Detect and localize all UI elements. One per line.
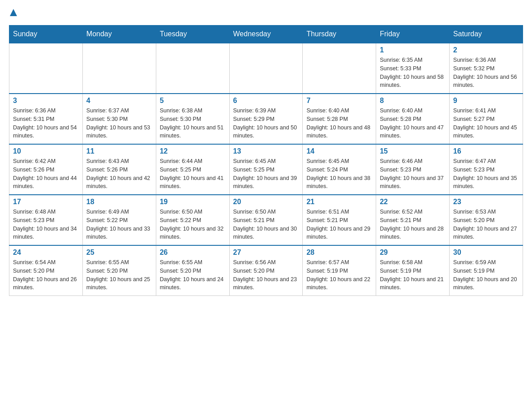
- week-row-1: 1Sunrise: 6:35 AMSunset: 5:33 PMDaylight…: [9, 43, 523, 94]
- day-info: Sunrise: 6:57 AMSunset: 5:19 PMDaylight:…: [306, 258, 372, 292]
- calendar-cell: 26Sunrise: 6:55 AMSunset: 5:20 PMDayligh…: [156, 245, 229, 296]
- calendar-cell: 3Sunrise: 6:36 AMSunset: 5:31 PMDaylight…: [9, 94, 83, 144]
- day-number: 27: [233, 248, 299, 257]
- day-info: Sunrise: 6:50 AMSunset: 5:22 PMDaylight:…: [160, 208, 226, 241]
- week-row-2: 3Sunrise: 6:36 AMSunset: 5:31 PMDaylight…: [9, 94, 523, 144]
- day-number: 2: [453, 46, 519, 54]
- calendar-cell: [229, 43, 303, 94]
- week-row-5: 24Sunrise: 6:54 AMSunset: 5:20 PMDayligh…: [9, 245, 523, 296]
- calendar-cell: 12Sunrise: 6:44 AMSunset: 5:25 PMDayligh…: [156, 144, 229, 195]
- day-info: Sunrise: 6:47 AMSunset: 5:23 PMDaylight:…: [453, 157, 519, 191]
- logo: [9, 9, 17, 18]
- calendar-cell: 13Sunrise: 6:45 AMSunset: 5:25 PMDayligh…: [229, 144, 303, 195]
- weekday-header-sunday: Sunday: [9, 26, 83, 43]
- calendar-cell: 21Sunrise: 6:51 AMSunset: 5:21 PMDayligh…: [303, 195, 376, 245]
- calendar-cell: 1Sunrise: 6:35 AMSunset: 5:33 PMDaylight…: [376, 43, 450, 94]
- weekday-header-monday: Monday: [82, 26, 156, 43]
- calendar-cell: 28Sunrise: 6:57 AMSunset: 5:19 PMDayligh…: [303, 245, 376, 296]
- day-info: Sunrise: 6:55 AMSunset: 5:20 PMDaylight:…: [160, 258, 226, 292]
- day-info: Sunrise: 6:58 AMSunset: 5:19 PMDaylight:…: [380, 258, 446, 292]
- calendar-cell: 19Sunrise: 6:50 AMSunset: 5:22 PMDayligh…: [156, 195, 229, 245]
- calendar-cell: 4Sunrise: 6:37 AMSunset: 5:30 PMDaylight…: [82, 94, 156, 144]
- day-info: Sunrise: 6:56 AMSunset: 5:20 PMDaylight:…: [233, 258, 299, 292]
- calendar-cell: 6Sunrise: 6:39 AMSunset: 5:29 PMDaylight…: [229, 94, 303, 144]
- day-info: Sunrise: 6:44 AMSunset: 5:25 PMDaylight:…: [160, 157, 226, 191]
- week-row-3: 10Sunrise: 6:42 AMSunset: 5:26 PMDayligh…: [9, 144, 523, 195]
- calendar-cell: 24Sunrise: 6:54 AMSunset: 5:20 PMDayligh…: [9, 245, 83, 296]
- calendar-cell: 10Sunrise: 6:42 AMSunset: 5:26 PMDayligh…: [9, 144, 83, 195]
- day-number: 23: [453, 198, 519, 206]
- day-info: Sunrise: 6:53 AMSunset: 5:20 PMDaylight:…: [453, 208, 519, 241]
- calendar-cell: 14Sunrise: 6:45 AMSunset: 5:24 PMDayligh…: [303, 144, 376, 195]
- day-info: Sunrise: 6:39 AMSunset: 5:29 PMDaylight:…: [233, 107, 299, 140]
- day-number: 28: [306, 248, 372, 257]
- calendar-cell: 5Sunrise: 6:38 AMSunset: 5:30 PMDaylight…: [156, 94, 229, 144]
- weekday-header-friday: Friday: [376, 26, 450, 43]
- day-number: 12: [160, 147, 226, 155]
- day-info: Sunrise: 6:54 AMSunset: 5:20 PMDaylight:…: [13, 258, 79, 292]
- day-info: Sunrise: 6:50 AMSunset: 5:21 PMDaylight:…: [233, 208, 299, 241]
- day-number: 20: [233, 198, 299, 206]
- day-info: Sunrise: 6:55 AMSunset: 5:20 PMDaylight:…: [86, 258, 152, 292]
- weekday-header-tuesday: Tuesday: [156, 26, 229, 43]
- calendar-cell: 29Sunrise: 6:58 AMSunset: 5:19 PMDayligh…: [376, 245, 450, 296]
- calendar-cell: [9, 43, 83, 94]
- calendar-cell: 9Sunrise: 6:41 AMSunset: 5:27 PMDaylight…: [450, 94, 523, 144]
- day-number: 24: [13, 248, 79, 257]
- day-info: Sunrise: 6:59 AMSunset: 5:19 PMDaylight:…: [453, 258, 519, 292]
- day-number: 14: [306, 147, 372, 155]
- calendar-cell: 11Sunrise: 6:43 AMSunset: 5:26 PMDayligh…: [82, 144, 156, 195]
- calendar-cell: 2Sunrise: 6:36 AMSunset: 5:32 PMDaylight…: [450, 43, 523, 94]
- day-info: Sunrise: 6:45 AMSunset: 5:25 PMDaylight:…: [233, 157, 299, 191]
- day-number: 29: [380, 248, 446, 257]
- day-info: Sunrise: 6:38 AMSunset: 5:30 PMDaylight:…: [160, 107, 226, 140]
- day-info: Sunrise: 6:40 AMSunset: 5:28 PMDaylight:…: [306, 107, 372, 140]
- day-info: Sunrise: 6:42 AMSunset: 5:26 PMDaylight:…: [13, 157, 79, 191]
- calendar-cell: 16Sunrise: 6:47 AMSunset: 5:23 PMDayligh…: [450, 144, 523, 195]
- day-info: Sunrise: 6:37 AMSunset: 5:30 PMDaylight:…: [86, 107, 152, 140]
- page-header: [9, 9, 523, 18]
- day-number: 10: [13, 147, 79, 155]
- day-number: 25: [86, 248, 152, 257]
- day-number: 21: [306, 198, 372, 206]
- day-info: Sunrise: 6:40 AMSunset: 5:28 PMDaylight:…: [380, 107, 446, 140]
- calendar-cell: 8Sunrise: 6:40 AMSunset: 5:28 PMDaylight…: [376, 94, 450, 144]
- day-number: 6: [233, 97, 299, 105]
- day-number: 9: [453, 97, 519, 105]
- day-number: 1: [380, 46, 446, 54]
- calendar-cell: 20Sunrise: 6:50 AMSunset: 5:21 PMDayligh…: [229, 195, 303, 245]
- day-number: 7: [306, 97, 372, 105]
- day-number: 30: [453, 248, 519, 257]
- calendar-cell: [82, 43, 156, 94]
- day-number: 13: [233, 147, 299, 155]
- weekday-header-row: SundayMondayTuesdayWednesdayThursdayFrid…: [9, 26, 523, 43]
- calendar-cell: 22Sunrise: 6:52 AMSunset: 5:21 PMDayligh…: [376, 195, 450, 245]
- day-number: 5: [160, 97, 226, 105]
- day-info: Sunrise: 6:41 AMSunset: 5:27 PMDaylight:…: [453, 107, 519, 140]
- day-info: Sunrise: 6:45 AMSunset: 5:24 PMDaylight:…: [306, 157, 372, 191]
- day-info: Sunrise: 6:35 AMSunset: 5:33 PMDaylight:…: [380, 56, 446, 90]
- day-number: 22: [380, 198, 446, 206]
- calendar-cell: 17Sunrise: 6:48 AMSunset: 5:23 PMDayligh…: [9, 195, 83, 245]
- calendar-cell: 7Sunrise: 6:40 AMSunset: 5:28 PMDaylight…: [303, 94, 376, 144]
- day-number: 16: [453, 147, 519, 155]
- day-number: 26: [160, 248, 226, 257]
- day-number: 19: [160, 198, 226, 206]
- day-info: Sunrise: 6:36 AMSunset: 5:31 PMDaylight:…: [13, 107, 79, 140]
- calendar-cell: 15Sunrise: 6:46 AMSunset: 5:23 PMDayligh…: [376, 144, 450, 195]
- calendar-cell: [303, 43, 376, 94]
- calendar-cell: 18Sunrise: 6:49 AMSunset: 5:22 PMDayligh…: [82, 195, 156, 245]
- day-info: Sunrise: 6:48 AMSunset: 5:23 PMDaylight:…: [13, 208, 79, 241]
- weekday-header-saturday: Saturday: [450, 26, 523, 43]
- week-row-4: 17Sunrise: 6:48 AMSunset: 5:23 PMDayligh…: [9, 195, 523, 245]
- calendar-cell: 25Sunrise: 6:55 AMSunset: 5:20 PMDayligh…: [82, 245, 156, 296]
- weekday-header-thursday: Thursday: [303, 26, 376, 43]
- calendar-cell: 30Sunrise: 6:59 AMSunset: 5:19 PMDayligh…: [450, 245, 523, 296]
- calendar-cell: [156, 43, 229, 94]
- day-number: 4: [86, 97, 152, 105]
- day-number: 15: [380, 147, 446, 155]
- day-number: 18: [86, 198, 152, 206]
- weekday-header-wednesday: Wednesday: [229, 26, 303, 43]
- calendar: SundayMondayTuesdayWednesdayThursdayFrid…: [9, 25, 523, 296]
- day-info: Sunrise: 6:49 AMSunset: 5:22 PMDaylight:…: [86, 208, 152, 241]
